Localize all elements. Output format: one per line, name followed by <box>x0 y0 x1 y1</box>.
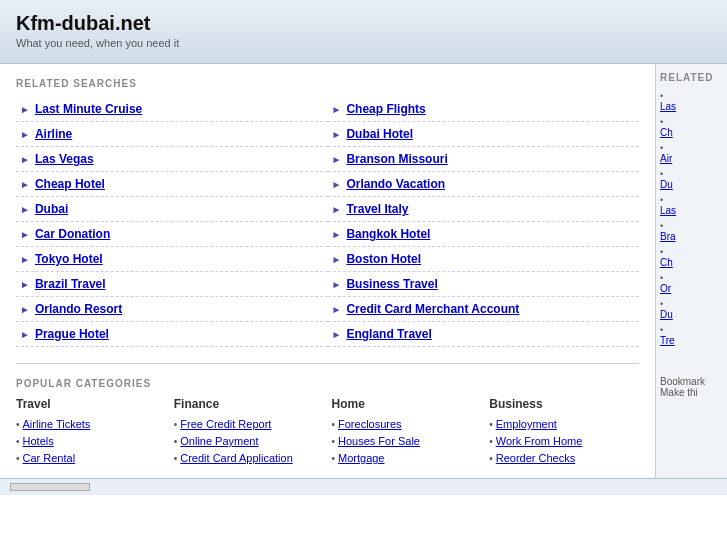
list-item: ► Orlando Vacation <box>328 172 640 197</box>
list-item: Airline Tickets <box>16 417 166 431</box>
search-link[interactable]: Car Donation <box>35 227 110 241</box>
arrow-icon: ► <box>20 304 30 315</box>
arrow-icon: ► <box>332 229 342 240</box>
category-link[interactable]: Airline Tickets <box>23 418 91 430</box>
related-searches-title: RELATED SEARCHES <box>16 78 639 89</box>
list-item: ► Airline <box>16 122 328 147</box>
search-link[interactable]: Cheap Hotel <box>35 177 105 191</box>
search-link[interactable]: Prague Hotel <box>35 327 109 341</box>
category-link[interactable]: Hotels <box>23 435 54 447</box>
arrow-icon: ► <box>332 304 342 315</box>
list-item: Work From Home <box>489 434 639 448</box>
sidebar-link[interactable]: Du <box>660 309 723 320</box>
category-home-title: Home <box>332 397 482 411</box>
category-link[interactable]: Free Credit Report <box>180 418 271 430</box>
category-link[interactable]: Mortgage <box>338 452 384 464</box>
sidebar-link[interactable]: Ch <box>660 257 723 268</box>
search-link[interactable]: Dubai <box>35 202 68 216</box>
list-item: ► Branson Missouri <box>328 147 640 172</box>
category-link[interactable]: Houses For Sale <box>338 435 420 447</box>
category-link[interactable]: Foreclosures <box>338 418 402 430</box>
horizontal-scrollbar[interactable] <box>10 483 90 491</box>
arrow-icon: ► <box>20 204 30 215</box>
arrow-icon: ► <box>332 104 342 115</box>
category-business-title: Business <box>489 397 639 411</box>
category-travel-list: Airline Tickets Hotels Car Rental <box>16 417 166 465</box>
sidebar-link[interactable]: Or <box>660 283 723 294</box>
categories-grid: Travel Airline Tickets Hotels Car Rental… <box>16 397 639 468</box>
right-sidebar: RELATED • Las • Ch • Air • Du • Las • Br… <box>655 64 727 478</box>
search-link[interactable]: Cheap Flights <box>346 102 425 116</box>
bookmark-sublabel: Make thi <box>660 387 723 398</box>
arrow-icon: ► <box>20 229 30 240</box>
list-item: ► Boston Hotel <box>328 247 640 272</box>
left-content: RELATED SEARCHES ► Last Minute Cruise ► … <box>0 64 655 478</box>
search-link[interactable]: Orlando Vacation <box>346 177 445 191</box>
category-link[interactable]: Car Rental <box>23 452 76 464</box>
search-link[interactable]: Bangkok Hotel <box>346 227 430 241</box>
category-business-list: Employment Work From Home Reorder Checks <box>489 417 639 465</box>
list-item: Employment <box>489 417 639 431</box>
arrow-icon: ► <box>20 279 30 290</box>
list-item: Car Rental <box>16 451 166 465</box>
category-link[interactable]: Work From Home <box>496 435 583 447</box>
list-item: ► Travel Italy <box>328 197 640 222</box>
search-link[interactable]: Travel Italy <box>346 202 408 216</box>
bottom-bar <box>0 478 727 495</box>
category-business: Business Employment Work From Home Reord… <box>489 397 639 468</box>
list-item: Reorder Checks <box>489 451 639 465</box>
arrow-icon: ► <box>332 279 342 290</box>
related-searches-grid: ► Last Minute Cruise ► Airline ► Las Veg… <box>16 97 639 347</box>
category-link[interactable]: Credit Card Application <box>180 452 293 464</box>
sidebar-link[interactable]: Ch <box>660 127 723 138</box>
list-item: ► Bangkok Hotel <box>328 222 640 247</box>
arrow-icon: ► <box>20 104 30 115</box>
list-item: ► Tokyo Hotel <box>16 247 328 272</box>
list-item: ► Cheap Hotel <box>16 172 328 197</box>
arrow-icon: ► <box>20 179 30 190</box>
sidebar-link[interactable]: Bra <box>660 231 723 242</box>
sidebar-link[interactable]: Las <box>660 205 723 216</box>
list-item: ► Credit Card Merchant Account <box>328 297 640 322</box>
category-link[interactable]: Employment <box>496 418 557 430</box>
arrow-icon: ► <box>20 254 30 265</box>
list-item: ► Business Travel <box>328 272 640 297</box>
sidebar-link[interactable]: Las <box>660 101 723 112</box>
list-item: ► Brazil Travel <box>16 272 328 297</box>
search-link[interactable]: Branson Missouri <box>346 152 447 166</box>
search-link[interactable]: Las Vegas <box>35 152 94 166</box>
right-search-column: ► Cheap Flights ► Dubai Hotel ► Branson … <box>328 97 640 347</box>
list-item: ► England Travel <box>328 322 640 347</box>
arrow-icon: ► <box>20 154 30 165</box>
category-link[interactable]: Online Payment <box>180 435 258 447</box>
search-link[interactable]: Tokyo Hotel <box>35 252 103 266</box>
sidebar-link[interactable]: Air <box>660 153 723 164</box>
site-title: Kfm-dubai.net <box>16 12 711 35</box>
sidebar-link[interactable]: Du <box>660 179 723 190</box>
list-item: ► Cheap Flights <box>328 97 640 122</box>
bookmark-label: Bookmark <box>660 376 723 387</box>
category-travel-title: Travel <box>16 397 166 411</box>
list-item: ► Dubai <box>16 197 328 222</box>
search-link[interactable]: England Travel <box>346 327 431 341</box>
search-link[interactable]: Boston Hotel <box>346 252 421 266</box>
list-item: ► Dubai Hotel <box>328 122 640 147</box>
sidebar-link[interactable]: Tre <box>660 335 723 346</box>
search-link[interactable]: Credit Card Merchant Account <box>346 302 519 316</box>
search-link[interactable]: Last Minute Cruise <box>35 102 142 116</box>
arrow-icon: ► <box>332 154 342 165</box>
category-travel: Travel Airline Tickets Hotels Car Rental <box>16 397 166 468</box>
search-link[interactable]: Brazil Travel <box>35 277 106 291</box>
category-link[interactable]: Reorder Checks <box>496 452 575 464</box>
list-item: ► Last Minute Cruise <box>16 97 328 122</box>
main-layout: RELATED SEARCHES ► Last Minute Cruise ► … <box>0 64 727 478</box>
search-link[interactable]: Orlando Resort <box>35 302 122 316</box>
category-home-list: Foreclosures Houses For Sale Mortgage <box>332 417 482 465</box>
arrow-icon: ► <box>332 204 342 215</box>
search-link[interactable]: Business Travel <box>346 277 437 291</box>
list-item: Free Credit Report <box>174 417 324 431</box>
arrow-icon: ► <box>332 179 342 190</box>
search-link[interactable]: Dubai Hotel <box>346 127 413 141</box>
list-item: ► Car Donation <box>16 222 328 247</box>
search-link[interactable]: Airline <box>35 127 72 141</box>
